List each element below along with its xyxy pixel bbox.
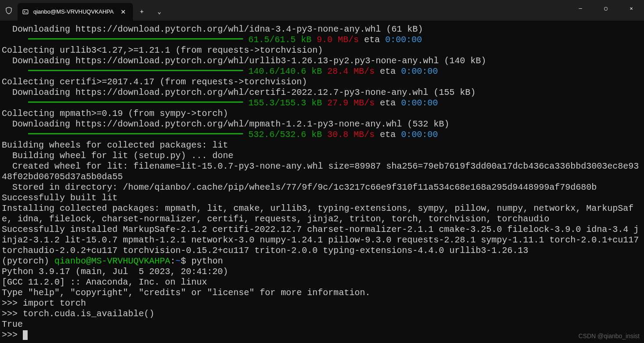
python-version: Python 3.9.17 (main, Jul 5 2023, 20:41:2… bbox=[2, 267, 228, 277]
tab-dropdown-button[interactable]: ⌄ bbox=[150, 3, 168, 21]
svg-rect-0 bbox=[23, 10, 28, 14]
minimize-button[interactable]: — bbox=[568, 0, 593, 18]
collecting-line: Collecting urllib3<1.27,>=1.21.1 (from r… bbox=[2, 45, 323, 55]
app-shield-icon bbox=[0, 0, 18, 21]
eta-label: eta bbox=[375, 130, 401, 140]
eta-label: eta bbox=[359, 35, 385, 45]
python-line: torch.cuda.is_available() bbox=[23, 309, 154, 319]
window-controls: — ▢ ✕ bbox=[568, 0, 644, 18]
install-installing: Installing collected packages: mpmath, l… bbox=[2, 203, 642, 224]
progress-bar bbox=[28, 38, 243, 40]
download-line: Downloading https://download.pytorch.org… bbox=[2, 24, 423, 34]
speed-text: 27.9 MB/s bbox=[327, 98, 375, 108]
window-titlebar: qianbo@MS-VRVHUQVKAHPA ✕ + ⌄ — ▢ ✕ bbox=[0, 0, 644, 21]
python-result: True bbox=[2, 319, 23, 329]
prompt-path: ~ bbox=[175, 256, 181, 266]
progress-text: 140.6/140.6 kB bbox=[248, 66, 322, 76]
prompt-cmd: python bbox=[191, 256, 223, 266]
active-tab[interactable]: qianbo@MS-VRVHUQVKAHPA ✕ bbox=[18, 3, 133, 21]
speed-text: 30.8 MB/s bbox=[327, 130, 375, 140]
build-stored: Stored in directory: /home/qianbo/.cache… bbox=[2, 182, 597, 192]
eta-text: 0:00:00 bbox=[401, 130, 438, 140]
terminal-output[interactable]: Downloading https://download.pytorch.org… bbox=[0, 21, 644, 342]
progress-text: 61.5/61.5 kB bbox=[248, 35, 311, 45]
eta-text: 0:00:00 bbox=[385, 35, 422, 45]
tab-title: qianbo@MS-VRVHUQVKAHPA bbox=[33, 7, 114, 17]
python-prompt: >>> bbox=[2, 298, 23, 308]
build-building: Building wheel for lit (setup.py) ... do… bbox=[2, 151, 233, 161]
eta-text: 0:00:00 bbox=[401, 66, 438, 76]
progress-bar bbox=[28, 101, 243, 103]
build-header: Building wheels for collected packages: … bbox=[2, 140, 228, 150]
progress-text: 155.3/155.3 kB bbox=[248, 98, 322, 108]
terminal-cursor bbox=[23, 330, 28, 340]
eta-label: eta bbox=[375, 66, 401, 76]
install-installed: Successfully installed MarkupSafe-2.1.2 … bbox=[2, 224, 642, 256]
prompt-colon: : bbox=[170, 256, 175, 266]
collecting-line: Collecting certifi>=2017.4.17 (from requ… bbox=[2, 77, 307, 87]
speed-text: 9.0 MB/s bbox=[317, 35, 359, 45]
maximize-button[interactable]: ▢ bbox=[593, 0, 619, 18]
tab-close-button[interactable]: ✕ bbox=[118, 7, 129, 17]
prompt-userhost: qianbo@MS-VRVHUQVKAHPA bbox=[54, 256, 170, 266]
prompt-env: (pytorch) bbox=[2, 256, 54, 266]
new-tab-button[interactable]: + bbox=[133, 3, 150, 21]
progress-bar bbox=[28, 70, 243, 71]
build-success: Successfully built lit bbox=[2, 193, 118, 203]
collecting-line: Collecting mpmath>=0.19 (from sympy->tor… bbox=[2, 108, 228, 119]
download-line: Downloading https://download.pytorch.org… bbox=[2, 56, 486, 66]
python-prompt: >>> bbox=[2, 309, 23, 319]
progress-bar bbox=[28, 133, 243, 134]
prompt-dollar: $ bbox=[181, 256, 191, 266]
python-line: import torch bbox=[23, 298, 86, 308]
watermark-text: CSDN @qianbo_insist bbox=[579, 331, 640, 341]
build-created: Created wheel for lit: filename=lit-15.0… bbox=[2, 161, 642, 182]
terminal-icon bbox=[22, 8, 29, 15]
python-help: Type "help", "copyright", "credits" or "… bbox=[2, 288, 370, 298]
download-line: Downloading https://download.pytorch.org… bbox=[2, 119, 449, 129]
eta-label: eta bbox=[375, 98, 401, 108]
eta-text: 0:00:00 bbox=[401, 98, 438, 108]
python-gcc: [GCC 11.2.0] :: Anaconda, Inc. on linux bbox=[2, 277, 207, 287]
progress-text: 532.6/532.6 kB bbox=[248, 130, 322, 140]
speed-text: 28.4 MB/s bbox=[327, 66, 375, 76]
python-prompt: >>> bbox=[2, 330, 23, 340]
window-close-button[interactable]: ✕ bbox=[619, 0, 644, 18]
download-line: Downloading https://download.pytorch.org… bbox=[2, 87, 476, 97]
